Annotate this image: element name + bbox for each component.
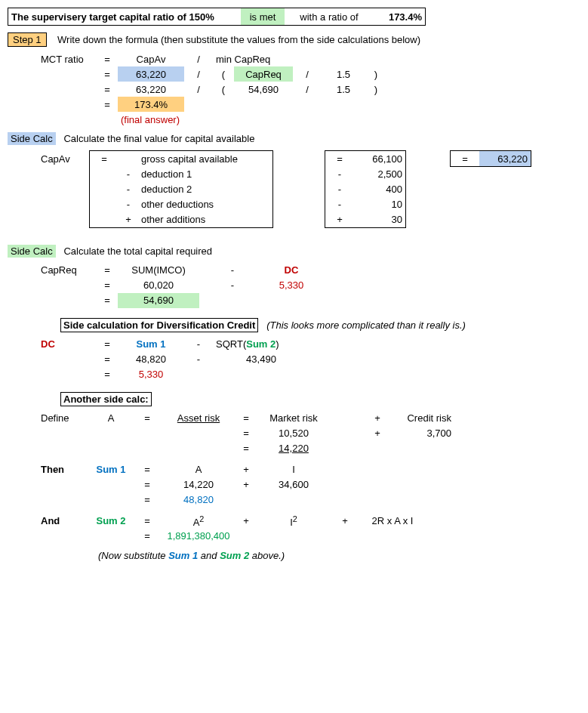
slash: /	[184, 82, 213, 97]
dc-label: DC	[266, 263, 317, 278]
A: A	[89, 411, 133, 426]
eq: =	[236, 441, 257, 456]
asset-risk: Asset risk	[162, 411, 236, 426]
eq: =	[133, 462, 162, 477]
eq: =	[97, 278, 118, 293]
onefive: 1.5	[322, 82, 365, 97]
credit-risk: Credit risk	[388, 411, 454, 426]
sidecalc2-desc: Calculate the total capital required	[63, 245, 212, 257]
eq: =	[451, 151, 480, 167]
step1-label: Step 1	[8, 32, 47, 47]
eq: =	[97, 352, 118, 367]
capreq-table: CapReq = SUM(IMCO) - DC = 60,020 - 5,330…	[38, 263, 317, 308]
dc-title: Side calculation for Diversification Cre…	[60, 318, 258, 332]
op: -	[325, 182, 355, 197]
a-total: 14,220	[257, 441, 331, 456]
eq: =	[97, 367, 118, 382]
eq: =	[97, 263, 118, 278]
eq: =	[236, 411, 257, 426]
plus: +	[367, 411, 388, 426]
then: Then	[38, 462, 89, 477]
sum2-result: 1,891,380,400	[162, 529, 236, 544]
eq: =	[133, 529, 162, 544]
row5-text: other additions	[138, 212, 273, 228]
mincapreq: min CapReq	[213, 51, 386, 66]
minus: -	[119, 182, 138, 197]
final-result: 173.4%	[118, 97, 184, 112]
header-text: The supervisery target capital ratio of …	[8, 8, 241, 25]
i-val: 34,600	[257, 477, 331, 492]
market-risk: Market risk	[257, 411, 331, 426]
v1: 48,820	[118, 352, 184, 367]
op: =	[325, 151, 355, 167]
header-text2: with a ratio of	[285, 8, 374, 25]
cr-val: 3,700	[388, 426, 454, 441]
plus: +	[236, 477, 257, 492]
val: 10	[354, 197, 406, 212]
dc-note: (This looks more complicated than it rea…	[266, 319, 466, 331]
row4-text: other deductions	[138, 197, 273, 212]
val: 2,500	[354, 167, 406, 182]
eq: =	[97, 97, 118, 112]
val: 30	[354, 212, 406, 228]
v1: 60,020	[118, 278, 199, 293]
row2-text: deduction 1	[138, 167, 273, 182]
another-title-row: Another side calc:	[60, 394, 581, 405]
mct-table: MCT ratio = CapAv / min CapReq = 63,220 …	[38, 51, 386, 127]
eq: =	[236, 426, 257, 441]
op: -	[325, 167, 355, 182]
capav-value2: 63,220	[118, 82, 184, 97]
close-paren: )	[365, 66, 386, 82]
sidecalc2-block: Side Calc Calculate the total capital re…	[8, 245, 581, 257]
dc-val: 5,330	[266, 278, 317, 293]
close-paren: )	[365, 82, 386, 97]
val: 66,100	[354, 151, 406, 167]
capav-label: CapAv	[38, 151, 90, 167]
sidecalc1-desc: Calculate the final value for capital av…	[63, 133, 254, 144]
capav-value: 63,220	[118, 66, 184, 82]
slash: /	[184, 66, 213, 82]
eq: =	[97, 293, 118, 308]
val: 400	[354, 182, 406, 197]
A: A	[162, 462, 236, 477]
sumimco: SUM(IMCO)	[118, 263, 199, 278]
eq: =	[97, 51, 118, 66]
eq: =	[97, 337, 118, 352]
slash: /	[184, 51, 213, 66]
eq: =	[90, 151, 119, 167]
plus: +	[119, 212, 138, 228]
sum1: Sum 1	[118, 337, 184, 352]
i2: I2	[257, 514, 331, 529]
capav-result: 63,220	[479, 151, 531, 167]
sidecalc1-tag: Side Calc	[8, 132, 56, 145]
eq: =	[133, 411, 162, 426]
open-paren: (	[213, 66, 234, 82]
mr-val: 10,520	[257, 426, 331, 441]
define-table: Define A = Asset risk = Market risk + Cr…	[38, 411, 454, 456]
sum2: Sum 2	[89, 514, 133, 529]
capav-table: CapAv = gross capital available = 66,100…	[38, 150, 531, 228]
div: /	[293, 82, 322, 97]
capreq-result: 54,690	[118, 293, 199, 308]
div: /	[293, 66, 322, 82]
another-title: Another side calc:	[60, 392, 152, 406]
sum2-table: And Sum 2 = A2 + I2 + 2R x A x I = 1,891…	[38, 514, 426, 544]
capreq-value: 54,690	[234, 82, 293, 97]
open-paren: (	[213, 82, 234, 97]
footer-note: (Now substitute Sum 1 and Sum 2 above.)	[98, 550, 581, 561]
minus: -	[199, 278, 266, 293]
minus: -	[184, 337, 213, 352]
eq: =	[97, 66, 118, 82]
sum1-table: Then Sum 1 = A + I = 14,220 + 34,600 = 4…	[38, 462, 331, 508]
plus: +	[367, 426, 388, 441]
sum1: Sum 1	[89, 462, 133, 477]
final-note: (final answer)	[118, 112, 234, 127]
sum1-result: 48,820	[162, 492, 236, 508]
v2: 43,490	[213, 352, 309, 367]
sidecalc2-tag: Side Calc	[8, 245, 56, 258]
minus: -	[119, 197, 138, 212]
sqrt-expr: SQRT(Sum 2)	[213, 337, 309, 352]
define: Define	[38, 411, 89, 426]
dc-title-row: Side calculation for Diversification Cre…	[60, 319, 581, 331]
dc-result: 5,330	[118, 367, 184, 382]
